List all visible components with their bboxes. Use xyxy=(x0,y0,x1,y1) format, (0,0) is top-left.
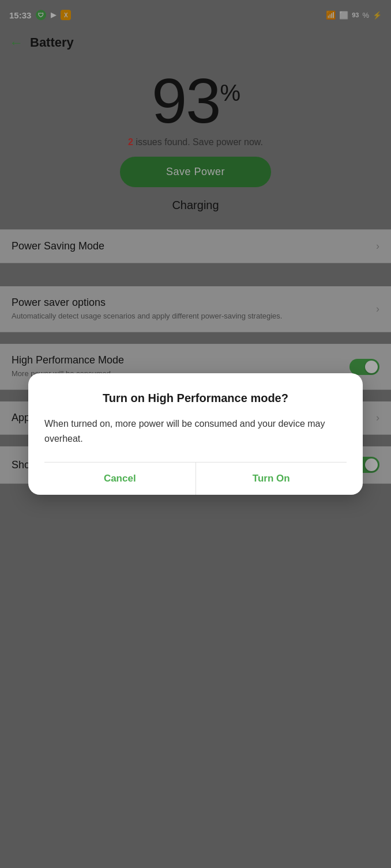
dialog-overlay[interactable]: Turn on High Performance mode? When turn… xyxy=(0,0,391,868)
dialog-cancel-button[interactable]: Cancel xyxy=(44,463,196,495)
dialog-title: Turn on High Performance mode? xyxy=(44,392,347,405)
dialog-body: When turned on, more power will be consu… xyxy=(44,416,347,446)
high-performance-dialog: Turn on High Performance mode? When turn… xyxy=(28,373,363,495)
dialog-confirm-button[interactable]: Turn On xyxy=(196,463,347,495)
dialog-actions: Cancel Turn On xyxy=(44,462,347,495)
